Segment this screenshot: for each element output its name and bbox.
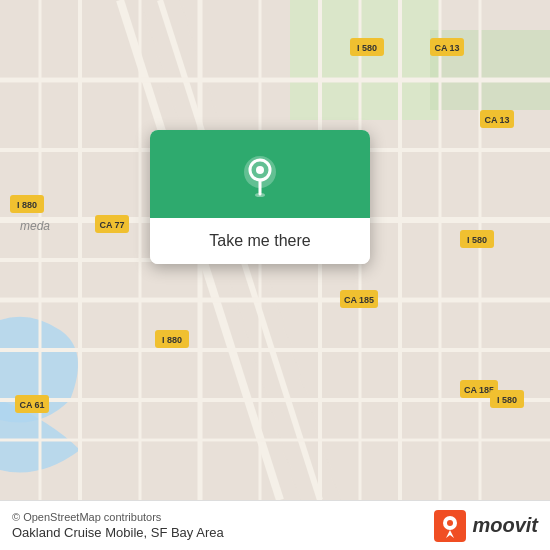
bottom-bar: © OpenStreetMap contributors Oakland Cru… bbox=[0, 500, 550, 550]
svg-text:I 580: I 580 bbox=[357, 43, 377, 53]
location-pin-icon bbox=[236, 152, 284, 200]
svg-text:CA 13: CA 13 bbox=[484, 115, 509, 125]
svg-point-50 bbox=[256, 166, 264, 174]
svg-point-51 bbox=[255, 193, 265, 197]
svg-text:I 880: I 880 bbox=[162, 335, 182, 345]
svg-point-54 bbox=[447, 520, 453, 526]
svg-text:CA 185: CA 185 bbox=[464, 385, 494, 395]
svg-text:CA 13: CA 13 bbox=[434, 43, 459, 53]
moovit-logo: moovit bbox=[434, 510, 538, 542]
svg-text:CA 185: CA 185 bbox=[344, 295, 374, 305]
moovit-brand-icon bbox=[434, 510, 466, 542]
copyright-text: © OpenStreetMap contributors bbox=[12, 511, 224, 523]
svg-text:I 880: I 880 bbox=[17, 200, 37, 210]
map-container: I 580 CA 13 CA 13 I 880 CA 77 CA 185 CA … bbox=[0, 0, 550, 500]
svg-text:meda: meda bbox=[20, 219, 50, 233]
svg-rect-1 bbox=[290, 0, 440, 120]
take-me-there-button[interactable]: Take me there bbox=[150, 218, 370, 264]
location-name: Oakland Cruise Mobile, SF Bay Area bbox=[12, 525, 224, 540]
moovit-brand-text: moovit bbox=[472, 514, 538, 537]
svg-text:CA 77: CA 77 bbox=[99, 220, 124, 230]
bottom-left: © OpenStreetMap contributors Oakland Cru… bbox=[12, 511, 224, 540]
popup-card: Take me there bbox=[150, 130, 370, 264]
svg-text:I 580: I 580 bbox=[467, 235, 487, 245]
svg-text:I 580: I 580 bbox=[497, 395, 517, 405]
svg-text:CA 61: CA 61 bbox=[19, 400, 44, 410]
popup-green-header bbox=[150, 130, 370, 218]
